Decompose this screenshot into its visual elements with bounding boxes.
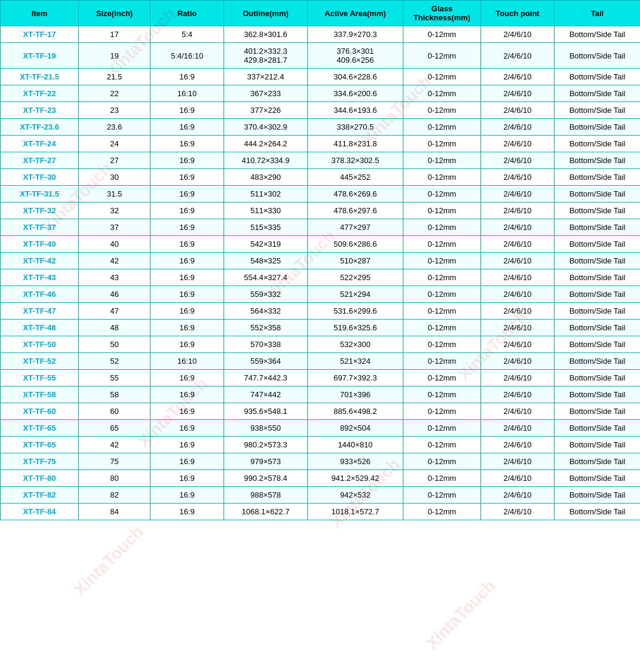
cell-r2-c5: 0-12mm xyxy=(403,69,481,85)
cell-r26-c4: 941.2×529.42 xyxy=(308,470,403,487)
cell-r8-c4: 445×252 xyxy=(308,169,403,186)
cell-r22-c1: 60 xyxy=(79,403,151,420)
cell-r11-c2: 16:9 xyxy=(151,219,224,236)
cell-r1-c0: XT-TF-19 xyxy=(1,43,79,69)
table-row: XT-TF-585816:9747×442701×3960-12mm2/4/6/… xyxy=(1,386,641,403)
cell-r5-c6: 2/4/6/10 xyxy=(481,119,555,136)
cell-r23-c7: Bottom/Side Tail xyxy=(555,420,641,437)
cell-r5-c1: 23.6 xyxy=(79,119,151,136)
cell-r7-c3: 410.72×334.9 xyxy=(224,152,308,169)
cell-r15-c0: XT-TF-46 xyxy=(1,286,79,303)
cell-r7-c6: 2/4/6/10 xyxy=(481,152,555,169)
table-row: XT-TF-474716:9564×332531.6×299.60-12mm2/… xyxy=(1,303,641,320)
cell-r24-c6: 2/4/6/10 xyxy=(481,437,555,453)
cell-r5-c5: 0-12mm xyxy=(403,119,481,136)
cell-r18-c2: 16:9 xyxy=(151,336,224,353)
cell-r7-c1: 27 xyxy=(79,152,151,169)
cell-r28-c5: 0-12mm xyxy=(403,504,481,520)
cell-r0-c4: 337.9×270.3 xyxy=(308,26,403,43)
table-header: ItemSize(inch)RatioOutline(mm)Active Are… xyxy=(1,1,641,26)
cell-r2-c1: 21.5 xyxy=(79,69,151,85)
cell-r12-c6: 2/4/6/10 xyxy=(481,236,555,253)
cell-r22-c4: 885.6×498.2 xyxy=(308,403,403,420)
table-row: XT-TF-654216:9980.2×573.31440×8100-12mm2… xyxy=(1,437,641,453)
cell-r24-c2: 16:9 xyxy=(151,437,224,453)
cell-r1-c2: 5:4/16:10 xyxy=(151,43,224,69)
cell-r22-c7: Bottom/Side Tail xyxy=(555,403,641,420)
cell-r27-c0: XT-TF-82 xyxy=(1,487,79,504)
cell-r3-c4: 334.6×200.6 xyxy=(308,85,403,102)
cell-r4-c4: 344.6×193.6 xyxy=(308,102,403,119)
table-row: XT-TF-303016:9483×290445×2520-12mm2/4/6/… xyxy=(1,169,641,186)
cell-r4-c0: XT-TF-23 xyxy=(1,102,79,119)
cell-r20-c7: Bottom/Side Tail xyxy=(555,370,641,386)
cell-r16-c0: XT-TF-47 xyxy=(1,303,79,320)
cell-r28-c4: 1018.1×572.7 xyxy=(308,504,403,520)
cell-r26-c0: XT-TF-80 xyxy=(1,470,79,487)
cell-r17-c7: Bottom/Side Tail xyxy=(555,320,641,336)
cell-r19-c7: Bottom/Side Tail xyxy=(555,353,641,370)
cell-r22-c6: 2/4/6/10 xyxy=(481,403,555,420)
cell-r4-c2: 16:9 xyxy=(151,102,224,119)
cell-r28-c1: 84 xyxy=(79,504,151,520)
cell-r27-c7: Bottom/Side Tail xyxy=(555,487,641,504)
cell-r18-c0: XT-TF-50 xyxy=(1,336,79,353)
cell-r10-c3: 511×330 xyxy=(224,202,308,219)
cell-r12-c4: 509.6×286.6 xyxy=(308,236,403,253)
cell-r10-c5: 0-12mm xyxy=(403,202,481,219)
table-row: XT-TF-757516:9979×573933×5260-12mm2/4/6/… xyxy=(1,453,641,470)
cell-r6-c3: 444.2×264.2 xyxy=(224,136,308,152)
cell-r11-c1: 37 xyxy=(79,219,151,236)
cell-r15-c7: Bottom/Side Tail xyxy=(555,286,641,303)
cell-r0-c7: Bottom/Side Tail xyxy=(555,26,641,43)
cell-r1-c5: 0-12mm xyxy=(403,43,481,69)
cell-r11-c3: 515×335 xyxy=(224,219,308,236)
cell-r24-c0: XT-TF-65 xyxy=(1,437,79,453)
cell-r28-c6: 2/4/6/10 xyxy=(481,504,555,520)
cell-r16-c6: 2/4/6/10 xyxy=(481,303,555,320)
cell-r25-c3: 979×573 xyxy=(224,453,308,470)
cell-r25-c1: 75 xyxy=(79,453,151,470)
cell-r6-c7: Bottom/Side Tail xyxy=(555,136,641,152)
cell-r23-c5: 0-12mm xyxy=(403,420,481,437)
cell-r20-c5: 0-12mm xyxy=(403,370,481,386)
cell-r25-c6: 2/4/6/10 xyxy=(481,453,555,470)
cell-r14-c4: 522×295 xyxy=(308,269,403,286)
cell-r18-c6: 2/4/6/10 xyxy=(481,336,555,353)
cell-r12-c3: 542×319 xyxy=(224,236,308,253)
cell-r23-c2: 16:9 xyxy=(151,420,224,437)
cell-r7-c0: XT-TF-27 xyxy=(1,152,79,169)
cell-r3-c2: 16:10 xyxy=(151,85,224,102)
cell-r27-c5: 0-12mm xyxy=(403,487,481,504)
cell-r16-c7: Bottom/Side Tail xyxy=(555,303,641,320)
table-row: XT-TF-555516:9747.7×442.3697.7×392.30-12… xyxy=(1,370,641,386)
cell-r1-c3: 401.2×332.3 429.8×281.7 xyxy=(224,43,308,69)
table-row: XT-TF-21.521.516:9337×212.4304.6×228.60-… xyxy=(1,69,641,85)
cell-r12-c5: 0-12mm xyxy=(403,236,481,253)
cell-r23-c6: 2/4/6/10 xyxy=(481,420,555,437)
cell-r20-c3: 747.7×442.3 xyxy=(224,370,308,386)
table-body: XT-TF-17175:4362.8×301.6337.9×270.30-12m… xyxy=(1,26,641,520)
cell-r28-c2: 16:9 xyxy=(151,504,224,520)
cell-r21-c7: Bottom/Side Tail xyxy=(555,386,641,403)
cell-r28-c7: Bottom/Side Tail xyxy=(555,504,641,520)
cell-r16-c1: 47 xyxy=(79,303,151,320)
cell-r7-c7: Bottom/Side Tail xyxy=(555,152,641,169)
cell-r20-c2: 16:9 xyxy=(151,370,224,386)
cell-r1-c6: 2/4/6/10 xyxy=(481,43,555,69)
cell-r25-c5: 0-12mm xyxy=(403,453,481,470)
cell-r20-c6: 2/4/6/10 xyxy=(481,370,555,386)
cell-r15-c2: 16:9 xyxy=(151,286,224,303)
cell-r3-c5: 0-12mm xyxy=(403,85,481,102)
cell-r15-c6: 2/4/6/10 xyxy=(481,286,555,303)
cell-r5-c0: XT-TF-23.6 xyxy=(1,119,79,136)
header-col-7: Tail xyxy=(555,1,641,26)
cell-r13-c5: 0-12mm xyxy=(403,253,481,269)
cell-r3-c3: 367×233 xyxy=(224,85,308,102)
cell-r6-c6: 2/4/6/10 xyxy=(481,136,555,152)
cell-r19-c1: 52 xyxy=(79,353,151,370)
cell-r2-c3: 337×212.4 xyxy=(224,69,308,85)
cell-r25-c7: Bottom/Side Tail xyxy=(555,453,641,470)
cell-r23-c3: 938×550 xyxy=(224,420,308,437)
cell-r1-c1: 19 xyxy=(79,43,151,69)
